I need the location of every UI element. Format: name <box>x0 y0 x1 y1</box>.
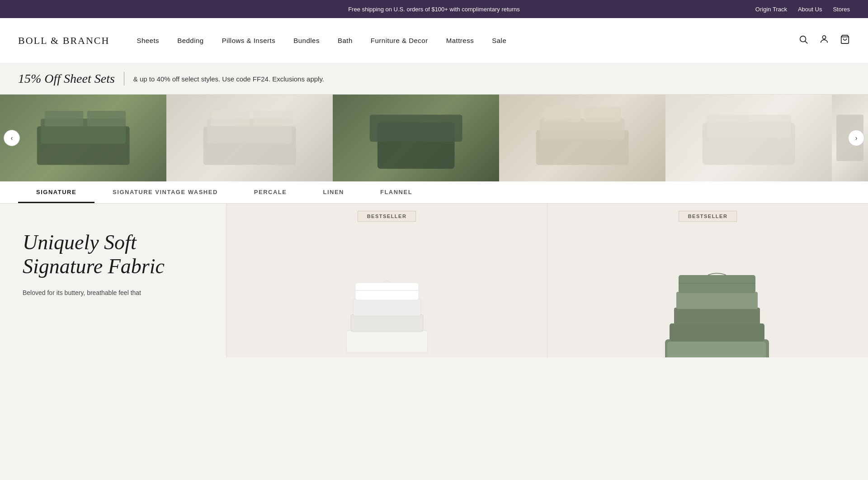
nav-pillows[interactable]: Pillows & Inserts <box>222 37 276 44</box>
tab-percale[interactable]: PERCALE <box>236 181 305 203</box>
slide-decor-3 <box>333 95 499 181</box>
svg-point-2 <box>822 36 826 39</box>
account-icon[interactable] <box>819 34 829 47</box>
slide-decor-2 <box>166 95 333 181</box>
nav-sheets[interactable]: Sheets <box>137 37 159 44</box>
svg-rect-23 <box>353 299 421 316</box>
products-section: Uniquely Soft Signature Fabric Beloved f… <box>0 204 868 357</box>
carousel-slide-1 <box>0 95 166 181</box>
stores-link[interactable]: Stores <box>833 6 850 13</box>
product-title-line1: Uniquely Soft <box>23 231 137 254</box>
image-carousel: ‹ <box>0 95 868 181</box>
bestseller-badge-1: BESTSELLER <box>358 211 416 222</box>
svg-rect-28 <box>670 323 764 342</box>
carousel-prev-button[interactable]: ‹ <box>4 130 20 146</box>
carousel-slide-3 <box>333 95 499 181</box>
top-banner-links: Origin Track About Us Stores <box>755 6 850 13</box>
svg-point-0 <box>800 36 806 42</box>
banner-message: Free shipping on U.S. orders of $100+ wi… <box>348 6 520 13</box>
tab-linen[interactable]: LINEN <box>305 181 362 203</box>
svg-rect-13 <box>370 115 462 142</box>
slide-decor-4 <box>499 95 665 181</box>
promo-divider <box>124 72 124 86</box>
search-icon[interactable] <box>798 34 808 47</box>
top-banner: Free shipping on U.S. orders of $100+ wi… <box>0 0 868 18</box>
product-info-desc: Beloved for its buttery, breathable feel… <box>23 288 203 298</box>
product-card-white[interactable]: BESTSELLER <box>226 204 547 357</box>
svg-rect-7 <box>87 111 126 126</box>
product-title-line2: Signature Fabric <box>23 255 165 278</box>
chevron-right-icon: › <box>855 134 858 142</box>
header-icons <box>798 34 850 47</box>
svg-rect-17 <box>584 107 621 122</box>
cart-icon[interactable] <box>840 34 850 47</box>
product-info-panel: Uniquely Soft Signature Fabric Beloved f… <box>0 204 226 357</box>
svg-rect-10 <box>211 111 250 126</box>
svg-rect-29 <box>674 308 760 325</box>
carousel-slide-5 <box>665 95 832 181</box>
svg-rect-22 <box>351 314 423 332</box>
carousel-slide-2 <box>166 95 333 181</box>
logo[interactable]: BOLL & BRANCH <box>18 35 109 47</box>
nav-mattress[interactable]: Mattress <box>446 37 474 44</box>
svg-rect-19 <box>706 115 791 138</box>
svg-rect-11 <box>254 111 292 126</box>
product-info-title: Uniquely Soft Signature Fabric <box>23 231 203 279</box>
nav-furniture[interactable]: Furniture & Decor <box>371 37 428 44</box>
promo-bar: 15% Off Sheet Sets & up to 40% off selec… <box>0 63 868 95</box>
main-nav: Sheets Bedding Pillows & Inserts Bundles… <box>137 37 798 44</box>
about-us-link[interactable]: About Us <box>798 6 822 13</box>
carousel-next-button[interactable]: › <box>848 130 864 146</box>
product-tabs: SIGNATURE SIGNATURE VINTAGE WASHED PERCA… <box>0 181 868 204</box>
svg-rect-15 <box>540 119 625 140</box>
tab-signature-vintage[interactable]: SIGNATURE VINTAGE WASHED <box>94 181 236 203</box>
svg-rect-21 <box>346 330 428 353</box>
carousel-inner <box>0 95 868 181</box>
tab-flannel[interactable]: FLANNEL <box>362 181 430 203</box>
svg-rect-6 <box>45 111 83 126</box>
products-grid: BESTSELLER BESTSELLER <box>226 204 868 357</box>
nav-bedding[interactable]: Bedding <box>177 37 204 44</box>
slide-decor-5 <box>665 95 832 181</box>
nav-bath[interactable]: Bath <box>338 37 353 44</box>
white-sheet-stack <box>342 267 432 348</box>
svg-rect-30 <box>676 292 758 309</box>
svg-rect-16 <box>544 107 580 122</box>
carousel-slide-4 <box>499 95 665 181</box>
origin-track-link[interactable]: Origin Track <box>755 6 787 13</box>
promo-headline: 15% Off Sheet Sets <box>18 71 115 86</box>
tab-signature[interactable]: SIGNATURE <box>18 181 94 203</box>
nav-bundles[interactable]: Bundles <box>293 37 320 44</box>
svg-rect-31 <box>679 275 755 293</box>
svg-line-1 <box>805 41 807 43</box>
product-card-green[interactable]: BESTSELLER <box>547 204 868 357</box>
chevron-left-icon: ‹ <box>11 134 13 142</box>
nav-sale[interactable]: Sale <box>492 37 506 44</box>
slide-decor-1 <box>0 95 166 181</box>
header: BOLL & BRANCH Sheets Bedding Pillows & I… <box>0 18 868 63</box>
bestseller-badge-2: BESTSELLER <box>679 211 737 222</box>
green-sheet-stack <box>663 267 753 348</box>
promo-subtext: & up to 40% off select styles. Use code … <box>133 75 324 83</box>
svg-rect-24 <box>355 283 419 300</box>
svg-rect-27 <box>667 342 766 357</box>
